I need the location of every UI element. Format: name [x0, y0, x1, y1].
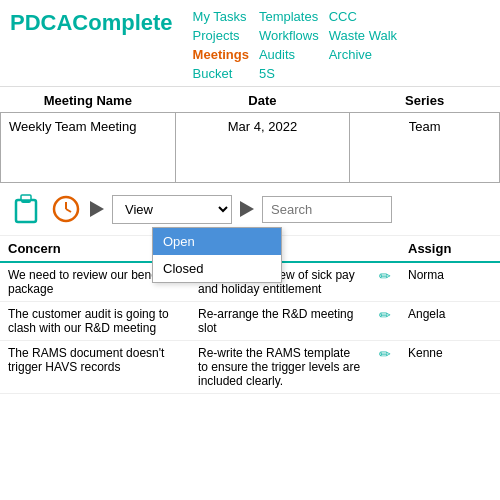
assignee-1: Angela [400, 302, 500, 341]
nav: My Tasks Projects Meetings Bucket Templa… [193, 8, 490, 82]
nav-col-1: My Tasks Projects Meetings Bucket [193, 8, 249, 82]
assignee-0: Norma [400, 262, 500, 302]
clipboard-icon[interactable] [10, 191, 42, 227]
edit-button-1[interactable]: ✏ [370, 302, 400, 341]
dropdown-item-open[interactable]: Open [153, 228, 281, 255]
nav-workflows[interactable]: Workflows [259, 27, 319, 44]
concern-row: The RAMS document doesn't trigger HAVS r… [0, 341, 500, 394]
play-button-1[interactable] [90, 201, 104, 217]
edit-button-2[interactable]: ✏ [370, 341, 400, 394]
concerns-header-edit [370, 236, 400, 262]
edit-button-0[interactable]: ✏ [370, 262, 400, 302]
nav-audits[interactable]: Audits [259, 46, 319, 63]
action-text-1: Re-arrange the R&D meeting slot [190, 302, 370, 341]
concern-text-1: The customer audit is going to clash wit… [0, 302, 190, 341]
nav-col-2: Templates Workflows Audits 5S [259, 8, 319, 82]
assignee-2: Kenne [400, 341, 500, 394]
nav-my-tasks[interactable]: My Tasks [193, 8, 249, 25]
logo: PDCAComplete [10, 8, 173, 36]
concern-text-2: The RAMS document doesn't trigger HAVS r… [0, 341, 190, 394]
concerns-header-assign: Assign [400, 236, 500, 262]
nav-meetings[interactable]: Meetings [193, 46, 249, 63]
col-header-series: Series [350, 87, 500, 113]
view-dropdown: Open Closed [152, 227, 282, 283]
meeting-series: Team [350, 113, 500, 183]
svg-rect-0 [16, 200, 36, 222]
logo-part2: Complete [72, 10, 172, 35]
col-header-name: Meeting Name [1, 87, 176, 113]
meeting-name: Weekly Team Meeting [1, 113, 176, 183]
nav-col-3: CCC Waste Walk Archive [329, 8, 397, 82]
search-input[interactable] [262, 196, 392, 223]
view-select[interactable]: View Open Closed [112, 195, 232, 224]
nav-5s[interactable]: 5S [259, 65, 319, 82]
dropdown-item-closed[interactable]: Closed [153, 255, 281, 282]
nav-projects[interactable]: Projects [193, 27, 249, 44]
toolbar: View Open Closed Open Closed [0, 183, 500, 236]
nav-archive[interactable]: Archive [329, 46, 397, 63]
nav-waste-walk[interactable]: Waste Walk [329, 27, 397, 44]
meeting-table: Meeting Name Date Series Weekly Team Mee… [0, 87, 500, 183]
action-text-2: Re-write the RAMS template to ensure the… [190, 341, 370, 394]
svg-rect-2 [21, 195, 31, 200]
nav-bucket[interactable]: Bucket [193, 65, 249, 82]
svg-line-5 [66, 209, 71, 212]
nav-templates[interactable]: Templates [259, 8, 319, 25]
header: PDCAComplete My Tasks Projects Meetings … [0, 0, 500, 87]
play-button-2[interactable] [240, 201, 254, 217]
nav-ccc[interactable]: CCC [329, 8, 397, 25]
meeting-date: Mar 4, 2022 [175, 113, 350, 183]
logo-part1: PDCA [10, 10, 72, 35]
concern-row: The customer audit is going to clash wit… [0, 302, 500, 341]
col-header-date: Date [175, 87, 350, 113]
meeting-row: Weekly Team Meeting Mar 4, 2022 Team [1, 113, 500, 183]
clock-icon[interactable] [50, 193, 82, 225]
